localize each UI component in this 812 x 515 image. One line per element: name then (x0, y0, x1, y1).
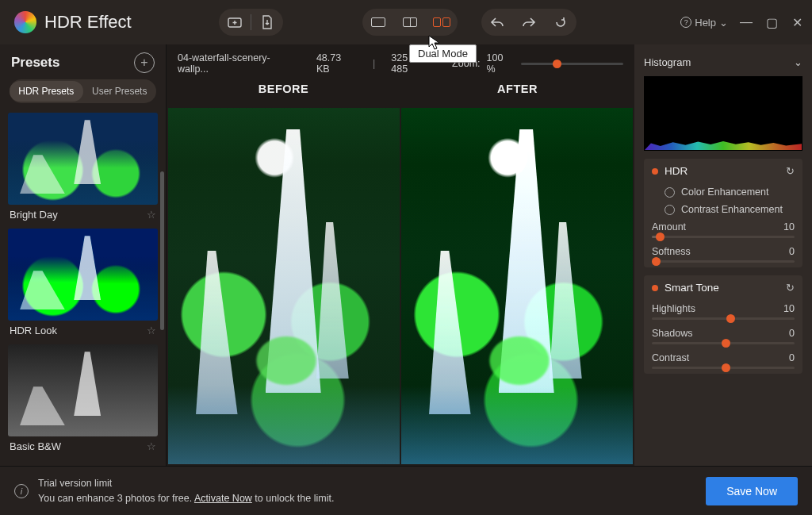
open-file-button[interactable] (219, 9, 251, 36)
section-smart-tone: Smart Tone ↻ Highlights 10 Shadows 0 (644, 275, 802, 374)
histogram (644, 76, 802, 151)
zoom-value: 100 % (487, 52, 515, 75)
preset-thumbnail (8, 344, 158, 436)
help-icon: ? (680, 17, 691, 28)
dual-view-icon (433, 17, 450, 27)
info-sep: | (373, 58, 375, 69)
section-reset-button[interactable]: ↻ (786, 165, 795, 177)
file-size: 48.73 KB (316, 52, 357, 75)
radio-color-enhancement[interactable]: Color Enhancement (644, 183, 802, 201)
activate-link[interactable]: Activate Now (194, 493, 252, 504)
slider-thumb[interactable] (652, 257, 661, 266)
slider-value: 0 (789, 352, 795, 363)
trial-body: You can enhance 3 photos for free. Activ… (38, 491, 334, 506)
save-button[interactable]: Save Now (706, 477, 798, 505)
favorite-toggle[interactable]: ☆ (147, 325, 156, 336)
histogram-collapse[interactable]: ⌄ (794, 56, 802, 68)
plus-icon: + (140, 56, 147, 70)
add-preset-button[interactable]: + (134, 52, 155, 73)
zoom-slider-thumb[interactable] (553, 60, 561, 68)
file-arrow-icon (261, 15, 274, 29)
section-title: HDR (665, 165, 779, 177)
radio-icon (665, 205, 675, 215)
section-hdr: HDR ↻ Color Enhancement Contrast Enhance… (644, 159, 802, 267)
folder-plus-icon (228, 16, 242, 29)
slider-label: Highlights (652, 303, 695, 314)
tab-user-presets[interactable]: User Presets (83, 81, 157, 102)
trial-title: Trial version limit (38, 476, 334, 491)
app-logo (14, 11, 36, 33)
slider-value: 10 (783, 221, 795, 233)
preset-thumbnail (8, 229, 158, 321)
amount-slider[interactable] (652, 236, 795, 238)
view-single-button[interactable] (362, 9, 394, 36)
highlights-slider[interactable] (652, 317, 795, 320)
slider-value: 0 (789, 246, 795, 257)
slider-label: Softness (652, 246, 691, 257)
maximize-button[interactable]: ▢ (764, 15, 779, 30)
slider-value: 10 (783, 303, 795, 314)
shadows-slider[interactable] (652, 342, 795, 344)
tooltip: Dual Mode (409, 44, 477, 63)
file-name: 04-waterfall-scenery-wallp... (178, 52, 301, 75)
redo-button[interactable] (513, 9, 545, 36)
section-enabled-dot[interactable] (652, 285, 658, 291)
redo-icon (522, 17, 536, 28)
slider-thumb[interactable] (726, 314, 735, 323)
reset-icon (554, 16, 567, 29)
before-heading: BEFORE (167, 79, 400, 106)
undo-button[interactable] (481, 9, 513, 36)
preset-label: Basic B&W (10, 440, 61, 452)
chevron-down-icon: ⌄ (719, 17, 728, 29)
radio-contrast-enhancement[interactable]: Contrast Enhancement (644, 201, 802, 218)
slider-label: Amount (652, 221, 686, 233)
section-enabled-dot[interactable] (652, 168, 658, 175)
favorite-toggle[interactable]: ☆ (147, 209, 156, 221)
softness-slider[interactable] (652, 260, 795, 263)
before-image[interactable] (168, 108, 400, 464)
slider-thumb[interactable] (722, 339, 730, 348)
presets-scrollbar[interactable] (160, 171, 164, 330)
slider-value: 0 (789, 328, 795, 339)
after-image[interactable] (401, 108, 633, 464)
info-icon: i (14, 484, 29, 498)
undo-icon (490, 17, 504, 28)
split-view-icon (403, 17, 417, 27)
histogram-heading: Histogram (644, 56, 691, 68)
preset-thumbnail (8, 113, 158, 205)
radio-label: Contrast Enhancement (681, 204, 783, 215)
contrast-slider[interactable] (652, 367, 795, 369)
app-title: HDR Effect (44, 12, 132, 33)
slider-thumb[interactable] (656, 233, 665, 241)
tab-hdr-presets[interactable]: HDR Presets (10, 81, 83, 102)
help-label: Help (695, 17, 716, 29)
preset-item[interactable]: Basic B&W ☆ (8, 344, 158, 452)
view-split-button[interactable] (394, 9, 426, 36)
section-reset-button[interactable]: ↻ (786, 282, 795, 294)
zoom-slider[interactable] (521, 63, 623, 65)
reset-all-button[interactable] (545, 9, 576, 36)
slider-label: Shadows (652, 328, 692, 339)
help-menu[interactable]: ? Help ⌄ (680, 17, 728, 29)
preset-label: Bright Day (10, 209, 58, 221)
preset-item[interactable]: HDR Look ☆ (8, 229, 158, 336)
after-heading: AFTER (400, 79, 634, 106)
close-button[interactable]: ✕ (790, 15, 804, 30)
preset-label: HDR Look (10, 325, 57, 336)
favorite-toggle[interactable]: ☆ (147, 440, 156, 452)
presets-heading: Presets (11, 55, 59, 71)
slider-label: Contrast (652, 352, 689, 363)
export-button[interactable] (251, 9, 283, 36)
minimize-button[interactable]: — (739, 15, 753, 29)
slider-thumb[interactable] (722, 363, 730, 372)
radio-label: Color Enhancement (681, 186, 768, 198)
section-title: Smart Tone (665, 282, 779, 294)
view-dual-button[interactable] (426, 9, 458, 36)
single-view-icon (371, 17, 385, 27)
radio-icon (665, 187, 675, 198)
preset-item[interactable]: Bright Day ☆ (8, 113, 158, 221)
